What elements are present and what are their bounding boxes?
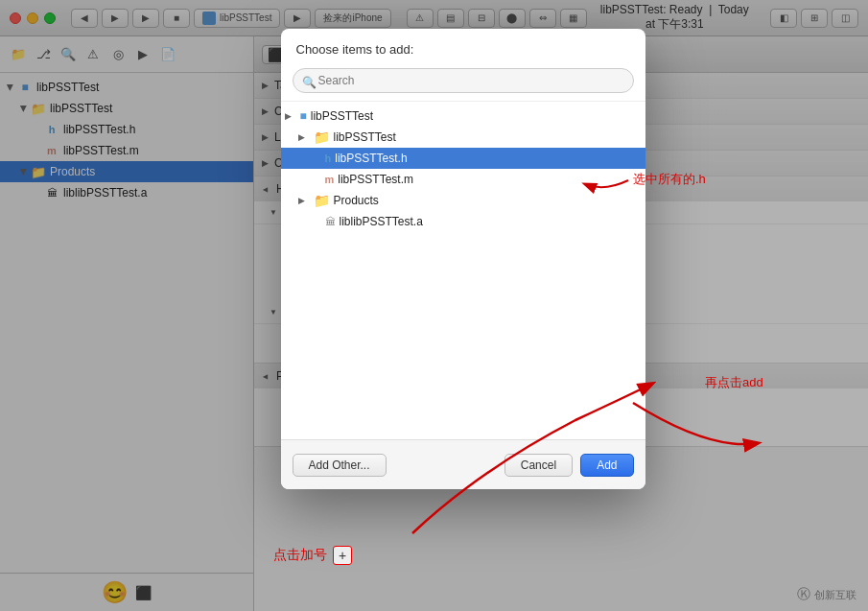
- modal-title: Choose items to add:: [281, 29, 645, 64]
- add-button[interactable]: Add: [580, 454, 633, 477]
- add-btn-annotation: 点击加号 +: [273, 546, 352, 565]
- modal-root-label: libPSSTTest: [311, 109, 373, 123]
- modal-project-label: libPSSTTest: [334, 130, 396, 144]
- modal-overlay: Choose items to add: 🔍 ▶ ■ libPSSTTest ▶…: [0, 0, 868, 611]
- modal-lib-label: liblibPSSTTest.a: [340, 215, 423, 228]
- lib-icon: 🏛: [325, 216, 336, 227]
- modal-file-h-label: libPSSTTest.h: [335, 152, 407, 165]
- modal-tree-file-m[interactable]: ▶ m libPSSTTest.m: [281, 169, 645, 190]
- expand-arrow-icon: ▶: [298, 196, 312, 205]
- folder-icon: 📁: [314, 193, 330, 208]
- expand-arrow-icon: ▶: [285, 111, 298, 121]
- modal-tree-lib[interactable]: ▶ 🏛 liblibPSSTTest.a: [281, 211, 645, 232]
- add-other-button[interactable]: Add Other...: [293, 454, 387, 477]
- modal-tree-root[interactable]: ▶ ■ libPSSTTest: [281, 106, 645, 127]
- proj-icon: ■: [300, 109, 307, 123]
- file-chooser-modal: Choose items to add: 🔍 ▶ ■ libPSSTTest ▶…: [281, 29, 645, 489]
- expand-arrow-icon: ▶: [298, 132, 312, 142]
- h-file-icon: h: [325, 153, 332, 164]
- modal-tree-file-h[interactable]: ▶ h libPSSTTest.h: [281, 148, 645, 169]
- annotation-text-plus: 点击加号: [273, 547, 327, 564]
- search-input[interactable]: [293, 68, 634, 93]
- cancel-button[interactable]: Cancel: [504, 454, 573, 477]
- modal-tree-products[interactable]: ▶ 📁 Products: [281, 190, 645, 211]
- modal-footer: Add Other... Cancel Add: [281, 439, 645, 489]
- modal-action-buttons: Cancel Add: [504, 454, 634, 477]
- plus-box: +: [333, 546, 352, 565]
- modal-products-label: Products: [334, 194, 379, 207]
- modal-search-container: 🔍: [281, 64, 645, 101]
- modal-file-tree: ▶ ■ libPSSTTest ▶ 📁 libPSSTTest ▶ h libP…: [281, 101, 645, 439]
- modal-file-m-label: libPSSTTest.m: [338, 173, 413, 186]
- modal-tree-project[interactable]: ▶ 📁 libPSSTTest: [281, 127, 645, 148]
- folder-icon: 📁: [314, 129, 330, 145]
- search-icon: 🔍: [302, 76, 317, 89]
- m-file-icon: m: [325, 174, 335, 185]
